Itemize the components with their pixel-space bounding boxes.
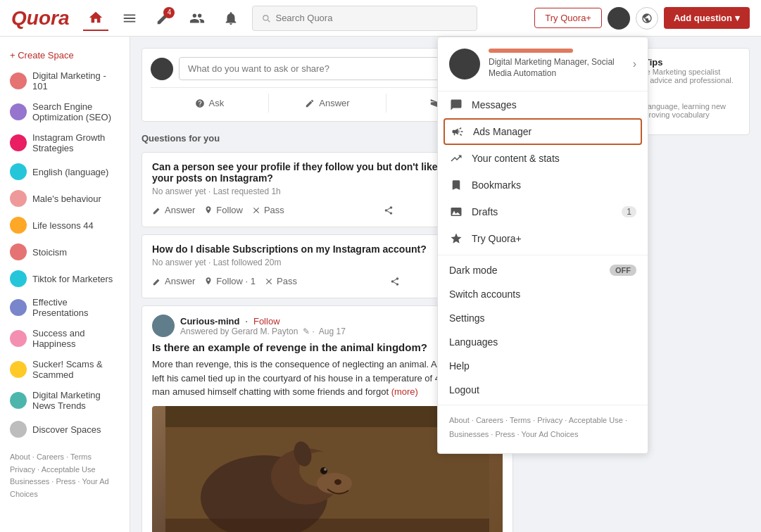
dropdown-content-stats[interactable]: Your content & stats (438, 145, 648, 172)
dropdown-dark-mode[interactable]: Dark mode OFF (438, 258, 648, 282)
search-bar[interactable] (252, 6, 477, 31)
globe-button[interactable] (636, 7, 658, 30)
space-icon-sh (10, 330, 27, 347)
dropdown-help[interactable]: Help (438, 354, 648, 378)
dropdown-messages[interactable]: Messages (438, 91, 648, 118)
follow-btn-2[interactable]: Follow · 1 (203, 273, 256, 289)
ask-action-ask[interactable]: Ask (151, 94, 269, 113)
try-plus-label: Try Quora+ (472, 233, 636, 244)
space-icon-tt (10, 270, 27, 287)
feed-nav[interactable] (117, 6, 142, 31)
messages-label: Messages (472, 99, 636, 110)
header: Quora 4 Try Quora+ Add question ▾ (0, 0, 761, 37)
dd-footer-businesses[interactable]: Businesses (449, 430, 489, 438)
user-avatar[interactable] (608, 7, 630, 30)
header-right: Try Quora+ Add question ▾ (534, 7, 750, 30)
drafts-label: Drafts (472, 206, 613, 217)
sidebar-item-seo[interactable]: Search Engine Optimization (SEO) (0, 96, 130, 127)
share-icon-2 (390, 277, 400, 286)
dropdown-languages[interactable]: Languages (438, 330, 648, 354)
dropdown-try-plus[interactable]: Try Quora+ (438, 225, 648, 252)
add-question-button[interactable]: Add question ▾ (664, 7, 750, 29)
space-icon-dm101 (10, 72, 27, 89)
people-nav[interactable] (184, 6, 210, 31)
footer-link-privacy[interactable]: Privacy (10, 465, 35, 474)
dd-footer-press[interactable]: Press (495, 430, 515, 438)
feed-icon (122, 11, 137, 26)
sidebar-item-sucker-scams[interactable]: Sucker! Scams & Scammed (0, 354, 130, 385)
dropdown-drafts[interactable]: Drafts 1 (438, 198, 648, 225)
bookmarks-label: Bookmarks (472, 179, 636, 191)
answer-action-icon (152, 205, 162, 215)
dropdown-bookmarks[interactable]: Bookmarks (438, 172, 648, 198)
dd-footer-careers[interactable]: Careers (476, 416, 503, 424)
sidebar-item-tiktok[interactable]: Tiktok for Marketers (0, 265, 130, 292)
footer-link-careers[interactable]: Careers (37, 452, 64, 461)
share-btn-2[interactable] (390, 274, 400, 289)
pass-btn-1[interactable]: Pass (251, 202, 284, 218)
pass-btn-2[interactable]: Pass (264, 273, 297, 289)
sidebar-item-instagram[interactable]: Instagram Growth Strategies (0, 127, 130, 158)
pass-icon-2 (264, 277, 274, 286)
pass-icon-1 (251, 205, 261, 215)
footer-link-acceptable[interactable]: Acceptable Use (42, 465, 96, 474)
home-icon (88, 10, 103, 25)
quora-logo[interactable]: Quora (11, 7, 69, 30)
bell-nav[interactable] (218, 6, 244, 31)
search-input[interactable] (275, 13, 468, 23)
sidebar-item-dmnt[interactable]: Digital Marketing News Trends (0, 385, 130, 416)
svg-point-5 (334, 479, 341, 485)
dropdown-ads-manager[interactable]: Ads Manager (444, 118, 642, 145)
space-icon-ep (10, 299, 27, 316)
follow-icon-1 (203, 205, 213, 215)
dd-footer-privacy[interactable]: Privacy (537, 416, 562, 424)
star-icon (449, 232, 463, 246)
share-btn-1[interactable] (384, 203, 394, 218)
answer-btn-2[interactable]: Answer (152, 273, 195, 289)
dd-footer-acceptable[interactable]: Acceptable Use (569, 416, 623, 424)
sidebar-item-digital-marketing-101[interactable]: Digital Marketing - 101 (0, 65, 130, 96)
space-icon-ds (10, 421, 27, 438)
footer-link-about[interactable]: About (10, 452, 30, 461)
space-icon-ss (10, 361, 27, 378)
sidebar-item-life-lessons[interactable]: Life lessons 44 (0, 212, 130, 239)
sidebar-item-discover-spaces[interactable]: Discover Spaces (0, 416, 130, 443)
answer-more-link[interactable]: (more) (391, 386, 418, 397)
sidebar-item-stoicism[interactable]: Stoicism (0, 239, 130, 265)
languages-label: Languages (449, 336, 636, 348)
answer-author-avatar (152, 315, 175, 337)
try-plus-button[interactable]: Try Quora+ (534, 8, 602, 28)
follow-btn-1[interactable]: Follow (203, 202, 243, 218)
answer-author-info: Curious-mind · Follow Answered by Gerard… (180, 315, 346, 336)
ask-action-answer[interactable]: Answer (269, 94, 387, 113)
sidebar-item-english[interactable]: English (language) (0, 158, 130, 185)
chart-icon (449, 151, 463, 165)
answer-icon (305, 99, 315, 108)
answer-follow-link[interactable]: Follow (253, 316, 280, 327)
sidebar-item-success-happiness[interactable]: Success and Happiness (0, 323, 130, 354)
profile-sub-text: Digital Marketing Manager, Social Media … (489, 57, 624, 79)
answer-btn-1[interactable]: Answer (152, 202, 195, 218)
dropdown-settings[interactable]: Settings (438, 306, 648, 330)
footer-link-press[interactable]: Press (56, 477, 75, 486)
dark-mode-toggle[interactable]: OFF (610, 265, 636, 276)
sidebar-item-males-behaviour[interactable]: Male's behaviour (0, 185, 130, 212)
answer-action-icon-2 (152, 277, 162, 286)
home-nav[interactable] (83, 6, 108, 31)
dropdown-switch-accounts[interactable]: Switch accounts (438, 282, 648, 306)
space-icon-ll (10, 217, 27, 234)
dd-footer-ad-choices[interactable]: Your Ad Choices (522, 430, 579, 438)
dropdown-logout[interactable]: Logout (438, 378, 648, 402)
drafts-badge: 1 (622, 206, 636, 217)
sidebar-item-effective-presentations[interactable]: Effective Presentations (0, 292, 130, 323)
dd-footer-about[interactable]: About (449, 416, 470, 424)
footer-link-terms[interactable]: Terms (70, 452, 92, 461)
dd-footer-terms[interactable]: Terms (510, 416, 531, 424)
footer-link-businesses[interactable]: Businesses (10, 477, 49, 486)
settings-label: Settings (449, 312, 636, 324)
dropdown-user-avatar[interactable] (449, 49, 480, 80)
create-space-item[interactable]: + Create Space (0, 45, 130, 65)
profile-arrow[interactable]: › (633, 58, 636, 70)
write-nav[interactable]: 4 (151, 6, 176, 31)
space-icon-dmnt (10, 392, 27, 409)
